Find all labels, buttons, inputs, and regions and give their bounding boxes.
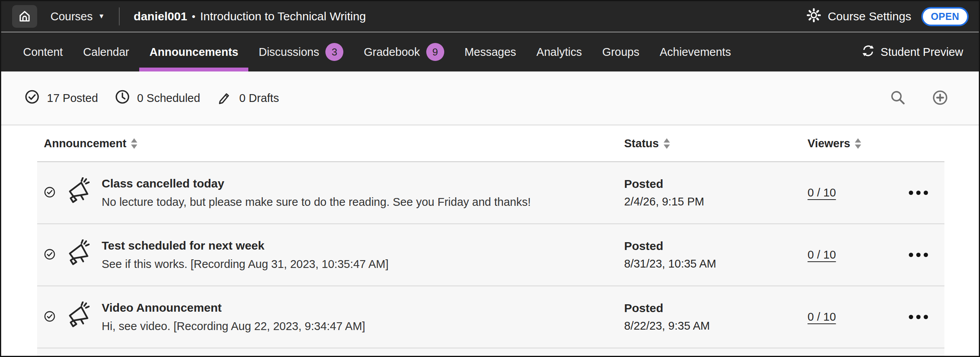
column-header-viewers[interactable]: Viewers: [808, 137, 944, 150]
tab-label: Announcements: [149, 46, 238, 59]
student-preview-label: Student Preview: [881, 46, 963, 59]
posted-check-icon: [44, 248, 56, 262]
status-label: Posted: [624, 239, 808, 253]
student-preview-sync-icon: [861, 43, 876, 61]
row-menu-icon: [909, 191, 913, 195]
search-icon: [889, 89, 907, 108]
next-row-partial: [37, 348, 944, 356]
topbar-divider: [119, 7, 120, 25]
sort-icon: [855, 138, 861, 149]
status-date: 2/4/26, 9:15 PM: [624, 195, 808, 208]
tab-announcements[interactable]: Announcements: [139, 32, 248, 71]
app-window: Courses ▼ daniel001 • Introduction to Te…: [0, 0, 980, 357]
pencil-icon: [217, 89, 232, 107]
tab-discussions[interactable]: Discussions 3: [248, 32, 354, 71]
tab-label: Discussions: [258, 46, 319, 59]
posted-check-icon: [44, 186, 56, 200]
course-name: Introduction to Technical Writing: [200, 10, 366, 23]
clock-icon: [115, 89, 130, 107]
announcements-stats-bar: 17 Posted 0 Scheduled 0 Drafts: [1, 71, 979, 125]
stats-actions: [889, 89, 949, 108]
tab-label: Content: [23, 46, 63, 59]
row-menu-icon: [909, 253, 913, 257]
viewers-link[interactable]: 0 / 10: [808, 186, 836, 199]
tab-content[interactable]: Content: [13, 32, 73, 71]
home-icon: [17, 8, 32, 25]
tab-label: Gradebook: [364, 46, 420, 59]
announcement-title[interactable]: Video Announcement: [102, 301, 365, 314]
course-tabs: Content Calendar Announcements Discussio…: [13, 32, 741, 71]
tab-gradebook[interactable]: Gradebook 9: [354, 32, 454, 71]
viewers-cell: 0 / 10: [808, 286, 944, 348]
topbar: Courses ▼ daniel001 • Introduction to Te…: [1, 1, 979, 32]
tab-achievements[interactable]: Achievements: [650, 32, 741, 71]
status-cell: Posted 8/31/23, 10:35 AM: [624, 224, 808, 286]
tab-groups[interactable]: Groups: [592, 32, 650, 71]
gear-icon: [806, 7, 822, 26]
sort-icon: [131, 138, 137, 149]
announcement-title[interactable]: Test scheduled for next week: [102, 239, 389, 252]
row-menu-button[interactable]: [905, 311, 932, 323]
stat-scheduled-label: 0 Scheduled: [137, 92, 200, 105]
tab-label: Groups: [602, 46, 639, 59]
viewers-link[interactable]: 0 / 10: [808, 311, 836, 323]
status-date: 8/22/23, 9:35 AM: [624, 320, 808, 332]
tab-label: Achievements: [660, 46, 731, 59]
row-menu-icon: [909, 315, 913, 319]
course-title: daniel001 • Introduction to Technical Wr…: [134, 10, 366, 23]
table-body: Class cancelled today No lecture today, …: [1, 162, 979, 348]
viewers-link[interactable]: 0 / 10: [808, 248, 836, 261]
announcement-cell: Class cancelled today No lecture today, …: [37, 162, 624, 223]
stat-scheduled: 0 Scheduled: [115, 89, 200, 107]
course-code: daniel001: [134, 10, 187, 23]
title-separator: •: [192, 11, 196, 23]
add-announcement-icon: [931, 89, 949, 108]
chevron-down-icon: ▼: [98, 12, 105, 20]
announcement-description: See if this works. [Recording Aug 31, 20…: [102, 258, 389, 271]
open-status-badge[interactable]: OPEN: [921, 7, 969, 26]
search-button[interactable]: [889, 89, 907, 108]
tab-calendar[interactable]: Calendar: [73, 32, 140, 71]
tab-analytics[interactable]: Analytics: [526, 32, 592, 71]
announcement-title[interactable]: Class cancelled today: [102, 177, 531, 190]
row-menu-button[interactable]: [905, 249, 932, 261]
table-row[interactable]: Video Announcement Hi, see video. [Recor…: [37, 286, 944, 348]
topbar-right: Course Settings OPEN: [806, 7, 969, 26]
course-settings-button[interactable]: Course Settings: [806, 7, 911, 26]
tab-messages[interactable]: Messages: [454, 32, 526, 71]
table-row[interactable]: Class cancelled today No lecture today, …: [37, 162, 944, 223]
home-button[interactable]: [12, 5, 37, 28]
sort-icon: [664, 138, 670, 149]
tab-count-badge: 3: [325, 43, 343, 61]
stat-drafts-label: 0 Drafts: [239, 92, 279, 105]
announcement-description: Hi, see video. [Recording Aug 22, 2023, …: [102, 320, 365, 333]
table-row[interactable]: Test scheduled for next week See if this…: [37, 224, 944, 286]
status-label: Posted: [624, 302, 808, 315]
check-circle-icon: [24, 89, 40, 107]
megaphone-icon: [63, 302, 93, 333]
student-preview-button[interactable]: Student Preview: [861, 32, 963, 71]
column-header-status[interactable]: Status: [624, 137, 808, 150]
courses-dropdown[interactable]: Courses ▼: [50, 10, 105, 23]
announcement-description: No lecture today, but please make sure t…: [102, 196, 531, 209]
courses-label: Courses: [50, 10, 93, 23]
status-cell: Posted 8/22/23, 9:35 AM: [624, 286, 808, 348]
posted-check-icon: [44, 311, 56, 324]
add-announcement-button[interactable]: [931, 89, 949, 108]
row-menu-button[interactable]: [905, 187, 932, 199]
column-header-announcement[interactable]: Announcement: [37, 137, 624, 150]
announcement-cell: Test scheduled for next week See if this…: [37, 224, 624, 286]
tab-count-badge: 9: [426, 43, 444, 61]
stat-drafts: 0 Drafts: [217, 89, 279, 107]
tab-label: Messages: [465, 46, 516, 59]
status-date: 8/31/23, 10:35 AM: [624, 257, 808, 270]
megaphone-icon: [63, 239, 93, 271]
megaphone-icon: [63, 177, 93, 209]
table-header-row: Announcement Status Viewers: [37, 125, 944, 161]
status-cell: Posted 2/4/26, 9:15 PM: [624, 162, 808, 223]
announcements-table: Announcement Status Viewers: [1, 125, 979, 356]
course-nav: Content Calendar Announcements Discussio…: [1, 32, 979, 71]
status-label: Posted: [624, 177, 808, 191]
stat-posted: 17 Posted: [24, 89, 98, 107]
announcement-cell: Video Announcement Hi, see video. [Recor…: [37, 286, 624, 348]
